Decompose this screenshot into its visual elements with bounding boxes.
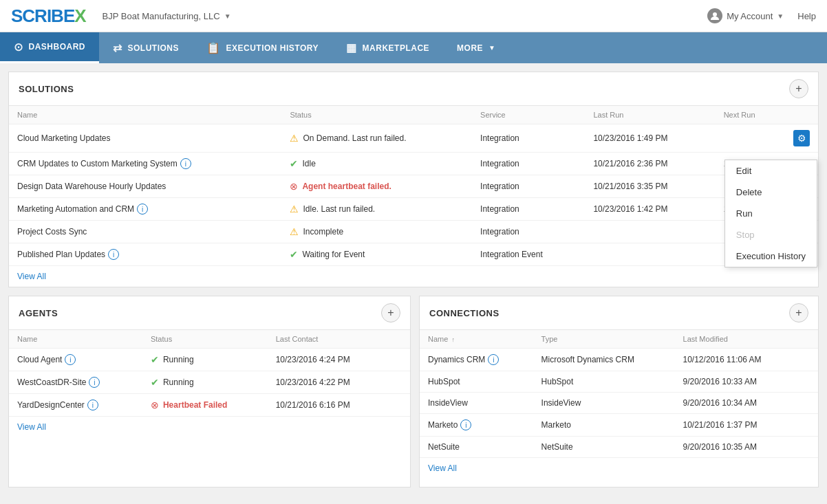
agents-col-lastcontact: Last Contact bbox=[268, 330, 389, 349]
table-row[interactable]: Dynamics CRMi Microsoft Dynamics CRM 10/… bbox=[420, 349, 818, 371]
my-account-chevron: ▼ bbox=[777, 12, 784, 20]
header: SCRIBEX BJP Boat Manufacturing, LLC ▼ My… bbox=[0, 0, 827, 32]
table-row[interactable]: YardDesignCenteri ⊗ Heartbeat Failed 10/… bbox=[9, 394, 410, 417]
agent-status: ⊗ Heartbeat Failed bbox=[142, 394, 268, 417]
connection-actions bbox=[797, 371, 818, 393]
agents-col-actions bbox=[389, 330, 410, 349]
table-row[interactable]: CRM Updates to Custom Marketing Systemi … bbox=[9, 153, 818, 175]
main-nav: ⊙ DASHBOARD ⇄ SOLUTIONS 📋 EXECUTION HIST… bbox=[0, 32, 827, 63]
account-icon bbox=[707, 8, 722, 23]
table-row[interactable]: Marketoi Marketo 10/21/2016 1:37 PM bbox=[420, 414, 818, 437]
solution-status: ⊗ Agent heartbeat failed. bbox=[281, 175, 472, 198]
info-icon[interactable]: i bbox=[488, 354, 499, 365]
agent-name: WestCoastDR-Sitei bbox=[9, 371, 142, 394]
connections-table: Name ↑ Type Last Modified Dynamics CRMi … bbox=[420, 330, 818, 457]
connection-last-modified: 9/20/2016 10:33 AM bbox=[675, 371, 797, 393]
solution-service: Integration bbox=[472, 175, 585, 198]
info-icon[interactable]: i bbox=[65, 354, 76, 365]
connections-col-actions bbox=[797, 330, 818, 349]
agents-section: AGENTS + Name Status Last Contact Cloud … bbox=[8, 296, 411, 487]
context-menu-stop: Stop bbox=[725, 224, 817, 245]
table-row[interactable]: HubSpot HubSpot 9/20/2016 10:33 AM bbox=[420, 371, 818, 393]
solution-status: ✔ Waiting for Event bbox=[281, 243, 472, 266]
table-row[interactable]: NetSuite NetSuite 9/20/2016 10:35 AM bbox=[420, 437, 818, 458]
agents-view-all[interactable]: View All bbox=[9, 416, 410, 437]
context-menu-edit[interactable]: Edit bbox=[725, 160, 817, 182]
solution-status: ⚠ Incomplete bbox=[281, 221, 472, 243]
table-row[interactable]: InsideView InsideView 9/20/2016 10:34 AM bbox=[420, 393, 818, 414]
info-icon[interactable]: i bbox=[87, 399, 98, 410]
connections-panel: CONNECTIONS + Name ↑ Type Last Modified … bbox=[419, 296, 819, 487]
agent-name: Cloud Agenti bbox=[9, 349, 142, 371]
context-menu-delete[interactable]: Delete bbox=[725, 182, 817, 203]
nav-label-dashboard: DASHBOARD bbox=[29, 42, 86, 52]
context-menu-execution-history[interactable]: Execution History bbox=[725, 245, 817, 267]
logo-text: SCRIBEX bbox=[11, 6, 86, 27]
gear-cell: ⚙ bbox=[785, 124, 818, 153]
connections-col-name: Name ↑ bbox=[420, 330, 533, 349]
my-account-button[interactable]: My Account ▼ bbox=[707, 8, 784, 23]
table-row[interactable]: WestCoastDR-Sitei ✔ Running 10/23/2016 4… bbox=[9, 371, 410, 394]
solution-name: Published Plan Updatesi bbox=[9, 243, 281, 266]
agent-last-contact: 10/21/2016 6:16 PM bbox=[268, 394, 389, 417]
info-icon[interactable]: i bbox=[89, 377, 100, 388]
my-account-label: My Account bbox=[727, 11, 773, 21]
company-selector[interactable]: BJP Boat Manufacturing, LLC ▼ bbox=[103, 11, 231, 21]
agent-last-contact: 10/23/2016 4:22 PM bbox=[268, 371, 389, 394]
connections-header: CONNECTIONS + bbox=[420, 296, 818, 330]
info-icon[interactable]: i bbox=[137, 204, 148, 215]
agent-name: YardDesignCenteri bbox=[9, 394, 142, 417]
info-icon[interactable]: i bbox=[108, 249, 119, 260]
nav-item-marketplace[interactable]: ▦ MARKETPLACE bbox=[332, 32, 443, 63]
solution-name: Design Data Warehouse Hourly Updates bbox=[9, 175, 281, 198]
solution-service: Integration bbox=[472, 124, 585, 153]
nav-item-more[interactable]: MORE ▼ bbox=[443, 32, 509, 63]
nav-label-solutions: SOLUTIONS bbox=[128, 43, 180, 53]
solutions-title: SOLUTIONS bbox=[19, 84, 74, 94]
connection-name: NetSuite bbox=[420, 437, 533, 458]
connection-name: Marketoi bbox=[420, 414, 533, 437]
svg-point-0 bbox=[713, 12, 717, 17]
connection-actions bbox=[797, 349, 818, 371]
info-icon[interactable]: i bbox=[180, 158, 191, 169]
agent-actions bbox=[389, 394, 410, 417]
table-row[interactable]: Design Data Warehouse Hourly Updates ⊗ A… bbox=[9, 175, 818, 198]
context-menu-run[interactable]: Run bbox=[725, 203, 817, 224]
solution-name: Cloud Marketing Updates bbox=[9, 124, 281, 153]
solution-last-run: 10/21/2016 2:36 PM bbox=[585, 153, 715, 175]
agent-actions bbox=[389, 349, 410, 371]
table-row[interactable]: Cloud Marketing Updates ⚠ On Demand. Las… bbox=[9, 124, 818, 153]
solution-status: ⚠ Idle. Last run failed. bbox=[281, 198, 472, 221]
agent-actions bbox=[389, 371, 410, 394]
table-row[interactable]: Marketing Automation and CRMi ⚠ Idle. La… bbox=[9, 198, 818, 221]
connection-name: InsideView bbox=[420, 393, 533, 414]
nav-label-more: MORE bbox=[457, 43, 483, 53]
connections-section: CONNECTIONS + Name ↑ Type Last Modified … bbox=[419, 296, 819, 487]
solutions-add-button[interactable]: + bbox=[789, 79, 808, 98]
context-menu: Edit Delete Run Stop Execution History bbox=[724, 160, 817, 267]
more-chevron: ▼ bbox=[488, 44, 495, 52]
solutions-col-status: Status bbox=[281, 106, 472, 124]
table-row[interactable]: Published Plan Updatesi ✔ Waiting for Ev… bbox=[9, 243, 818, 266]
solutions-header: SOLUTIONS + bbox=[9, 72, 818, 106]
connection-last-modified: 9/20/2016 10:35 AM bbox=[675, 437, 797, 458]
connections-view-all[interactable]: View All bbox=[420, 457, 818, 479]
nav-item-solutions[interactable]: ⇄ SOLUTIONS bbox=[99, 32, 193, 63]
solution-name: Marketing Automation and CRMi bbox=[9, 198, 281, 221]
nav-item-execution-history[interactable]: 📋 EXECUTION HISTORY bbox=[193, 32, 332, 63]
nav-item-dashboard[interactable]: ⊙ DASHBOARD bbox=[0, 32, 99, 63]
solution-last-run bbox=[585, 243, 715, 266]
solutions-view-all[interactable]: View All bbox=[9, 265, 818, 287]
help-link[interactable]: Help bbox=[797, 11, 816, 21]
table-row[interactable]: Project Costs Sync ⚠ Incomplete Integrat… bbox=[9, 221, 818, 243]
connections-add-button[interactable]: + bbox=[789, 303, 808, 322]
agent-status: ✔ Running bbox=[142, 349, 268, 371]
table-row[interactable]: Cloud Agenti ✔ Running 10/23/2016 4:24 P… bbox=[9, 349, 410, 371]
gear-button[interactable]: ⚙ bbox=[793, 130, 810, 146]
connection-type: InsideView bbox=[533, 393, 675, 414]
info-icon[interactable]: i bbox=[460, 419, 471, 430]
header-right: My Account ▼ Help bbox=[707, 8, 816, 23]
connection-type: Marketo bbox=[533, 414, 675, 437]
solutions-icon: ⇄ bbox=[113, 41, 122, 54]
agents-add-button[interactable]: + bbox=[381, 303, 400, 322]
